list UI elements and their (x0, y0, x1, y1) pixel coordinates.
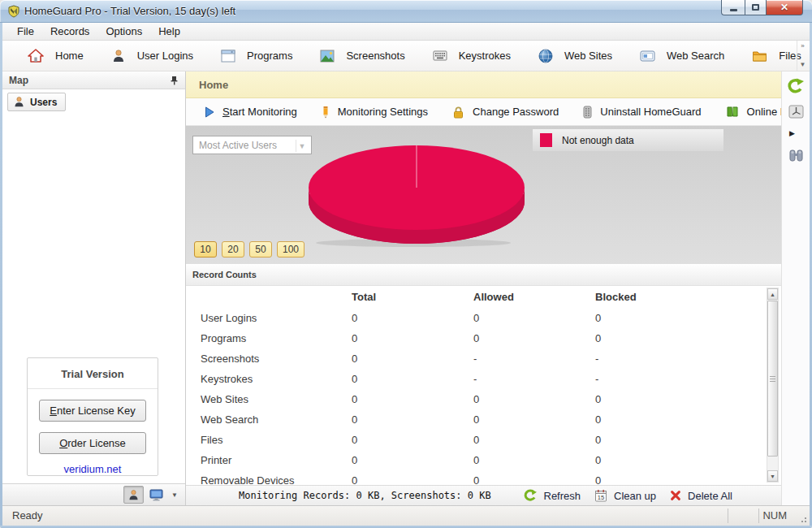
toolbar-item-home[interactable]: Home (14, 44, 97, 68)
toolbar-item-web-sites[interactable]: Web Sites (525, 44, 626, 68)
menu-item-options[interactable]: Options (97, 24, 150, 39)
menu-item-file[interactable]: File (9, 24, 42, 39)
chart-legend: Not enough data (533, 129, 723, 151)
row-label: Keystrokes (201, 373, 253, 385)
count-button-100[interactable]: 100 (277, 241, 304, 258)
page-header-bar: Home (186, 71, 781, 98)
cell-allowed: - (473, 353, 477, 365)
trial-version-box: Trial Version Enter License Key Order Li… (27, 357, 158, 476)
scroll-grip-icon (770, 379, 775, 379)
view-dropdown-caret[interactable]: ▼ (169, 491, 180, 499)
pin-icon[interactable] (170, 76, 179, 85)
toolbar-item-programs[interactable]: Programs (207, 44, 306, 68)
main-toolbar: Home User Logins Programs (2, 41, 810, 71)
toolbar-item-screenshots[interactable]: Screenshots (306, 44, 418, 68)
close-button[interactable]: ✕ (767, 0, 803, 15)
cleanup-button[interactable]: 15 Clean up (594, 489, 656, 502)
refresh-icon (524, 489, 538, 502)
record-counts-header: Record Counts (186, 264, 781, 286)
scroll-down-button[interactable]: ▼ (767, 470, 778, 482)
refresh-icon[interactable] (787, 78, 805, 94)
cell-blocked: 0 (595, 454, 601, 466)
uninstall-homeguard-button[interactable]: Uninstall HomeGuard (571, 106, 713, 119)
count-button-50[interactable]: 50 (249, 241, 272, 258)
cell-allowed: 0 (473, 474, 479, 485)
minimize-icon (730, 9, 737, 11)
clock-icon[interactable] (788, 105, 804, 119)
table-row: Programs 0 0 0 (186, 329, 781, 349)
calendar-icon: 15 (594, 489, 607, 502)
monitoring-settings-button[interactable]: Monitoring Settings (309, 106, 440, 119)
scroll-thumb[interactable] (767, 301, 778, 457)
window-titlebar[interactable]: HomeGuard Pro - Trial Version, 15 day(s)… (0, 0, 812, 23)
change-password-button[interactable]: Change Password (440, 106, 571, 119)
chevron-down-icon: ▼ (800, 62, 806, 68)
monitor-icon (149, 489, 163, 501)
cell-total: 0 (352, 454, 357, 466)
binoculars-icon[interactable] (788, 148, 804, 163)
maximize-button[interactable] (745, 0, 767, 15)
cell-total: 0 (352, 353, 357, 365)
close-icon: ✕ (780, 2, 788, 12)
count-button-10[interactable]: 10 (194, 241, 217, 258)
table-row: Web Sites 0 0 0 (186, 390, 781, 410)
menu-item-help[interactable]: Help (150, 24, 188, 39)
computers-view-button[interactable] (146, 486, 166, 504)
toolbar-item-keystrokes[interactable]: Keystrokes (419, 44, 525, 68)
picture-icon (320, 50, 335, 63)
sidebar-item-users[interactable]: Users (7, 93, 66, 111)
user-icon (127, 489, 140, 501)
lock-icon (452, 106, 464, 119)
row-label: Printer (201, 454, 231, 466)
cell-blocked: 0 (595, 474, 601, 485)
cell-blocked: - (595, 373, 598, 385)
table-row: Removable Devices 0 0 0 (186, 471, 781, 485)
table-row: Screenshots 0 - - (186, 349, 781, 370)
row-label: Removable Devices (201, 474, 295, 485)
row-label: Web Search (201, 413, 258, 426)
records-table: Total Allowed Blocked User Logins 0 0 0 … (186, 286, 781, 485)
cell-allowed: - (473, 373, 477, 385)
toolbar-item-web-search[interactable]: Web Search (626, 44, 738, 68)
map-panel-title: Map (9, 75, 170, 86)
records-summary: Monitoring Records: 0 KB, Screenshots: 0… (239, 490, 491, 501)
map-sidebar: Map Users Trial Version Enter License Ke… (2, 71, 185, 505)
cell-allowed: 0 (473, 434, 479, 446)
status-divider (758, 509, 759, 523)
website-link[interactable]: veridium.net (28, 463, 158, 475)
row-label: User Logins (201, 312, 257, 324)
menu-item-records[interactable]: Records (42, 24, 97, 39)
chevron-right-icon: » (801, 43, 804, 50)
expand-arrow-icon[interactable]: ▶ (782, 129, 795, 137)
user-icon (111, 49, 126, 63)
cell-blocked: 0 (595, 332, 601, 344)
active-users-dropdown[interactable]: Most Active Users ▼ (192, 136, 312, 154)
toolbar-item-user-logins[interactable]: User Logins (97, 44, 207, 68)
book-icon (726, 106, 739, 118)
order-license-button[interactable]: Order License (39, 432, 146, 454)
cell-total: 0 (352, 373, 357, 385)
start-monitoring-button[interactable]: Start Monitoring (192, 106, 309, 118)
delete-all-button[interactable]: Delete All (670, 490, 732, 502)
count-button-20[interactable]: 20 (222, 241, 244, 258)
status-text: Ready (12, 509, 43, 522)
enter-license-key-button[interactable]: Enter License Key (39, 400, 146, 422)
toolbar-overflow-button[interactable]: » ▼ (797, 41, 808, 71)
cell-allowed: 0 (473, 312, 479, 324)
table-scrollbar[interactable]: ▲ ▼ (767, 288, 779, 483)
sidebar-footer: ▼ (2, 483, 185, 505)
num-lock-indicator: NUM (762, 509, 787, 522)
refresh-button[interactable]: Refresh (524, 489, 581, 502)
cell-blocked: 0 (595, 393, 601, 405)
app-window: HomeGuard Pro - Trial Version, 15 day(s)… (0, 0, 812, 528)
status-divider (728, 509, 728, 523)
scroll-up-button[interactable]: ▲ (767, 288, 778, 300)
users-view-button[interactable] (123, 486, 144, 504)
cell-total: 0 (352, 393, 357, 405)
resize-grip[interactable] (799, 515, 807, 523)
main-panel: Home Start Monitoring Monitoring Setting… (185, 71, 781, 505)
page-title: Home (199, 79, 228, 91)
cell-total: 0 (352, 413, 357, 426)
minimize-button[interactable] (721, 0, 745, 15)
legend-label: Not enough data (562, 135, 634, 146)
